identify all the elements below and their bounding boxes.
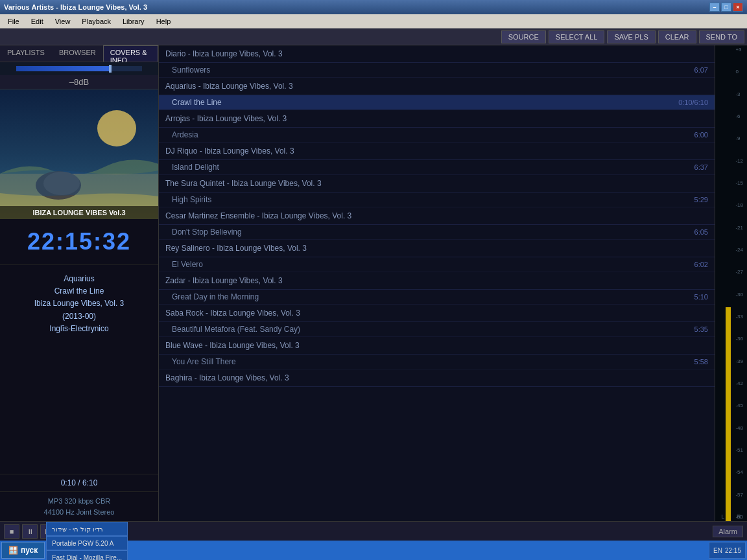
menu-library[interactable]: Library <box>117 16 150 27</box>
volume-thumb <box>109 65 112 73</box>
playlist-group-header: Blue Wave - Ibiza Lounge Vibes, Vol. 3 <box>159 337 715 355</box>
track-duration: 6:05 <box>694 228 708 236</box>
tray-clock: 22:15 <box>725 547 741 554</box>
vu-label: -33 <box>735 314 743 320</box>
menu-bar: File Edit View Playback Library Help <box>0 14 747 29</box>
alarm-button[interactable]: Alarm <box>713 526 743 537</box>
track-title: Beautiful Metafora (Feat. Sandy Cay) <box>172 325 300 334</box>
vu-label: -18 <box>735 202 743 208</box>
clear-button[interactable]: CLEAR <box>658 30 696 43</box>
tab-covers-info[interactable]: COVERS & INFO <box>103 45 158 62</box>
vu-label: -3 <box>735 91 743 97</box>
playlist-track[interactable]: Crawl the Line0:10/6:10 <box>159 95 715 110</box>
audio-format: MP3 320 kbps CBR <box>4 496 154 507</box>
taskbar-item[interactable]: רדיו קול חי - שידור <box>46 522 128 536</box>
track-album: Ibiza Lounge Vibes, Vol. 3 <box>5 298 153 310</box>
playlist-panel[interactable]: Diario - Ibiza Lounge Vibes, Vol. 3Sunfl… <box>159 45 715 521</box>
track-duration: 0:10/6:10 <box>678 99 708 106</box>
track-title: Island Delight <box>172 163 219 172</box>
left-panel: PLAYLISTS BROWSER COVERS & INFO –8dB <box>0 45 159 521</box>
svg-point-1 <box>97 110 136 146</box>
r-label: R <box>737 513 741 520</box>
menu-file[interactable]: File <box>3 16 25 27</box>
vu-label: -54 <box>735 469 743 475</box>
track-duration: 6:02 <box>694 261 708 268</box>
track-duration: 5:10 <box>694 293 708 301</box>
stop-button[interactable]: ■ <box>4 524 19 539</box>
track-song: Crawl the Line <box>5 285 153 298</box>
track-duration: 6:07 <box>694 66 708 74</box>
playlist-track[interactable]: El Velero6:02 <box>159 257 715 272</box>
window-controls: – □ × <box>709 3 743 12</box>
system-tray: EN 22:15 <box>709 542 746 559</box>
playlist-track[interactable]: High Spirits5:29 <box>159 192 715 207</box>
playlist-track[interactable]: Sunflowers6:07 <box>159 63 715 78</box>
send-to-button[interactable]: SEND TO <box>699 30 745 43</box>
taskbar-item[interactable]: Fast Dial - Mozilla Fire... <box>46 550 128 560</box>
playlist-track[interactable]: Ardesia6:00 <box>159 128 715 143</box>
vu-label: -27 <box>735 269 743 275</box>
select-all-button[interactable]: SELECT ALL <box>549 30 605 43</box>
minimize-button[interactable]: – <box>709 3 720 12</box>
start-button[interactable]: 🪟 пуск <box>1 542 45 559</box>
playlist-track[interactable]: Island Delight6:37 <box>159 160 715 175</box>
track-title: Crawl the Line <box>172 98 222 107</box>
menu-help[interactable]: Help <box>151 16 176 27</box>
vu-labels: +30-3-6-9-12-15-18-21-24-27-30-33-36-39-… <box>735 45 743 521</box>
volume-slider[interactable] <box>16 66 142 71</box>
playlist-group-header: Cesar Martinez Ensemble - Ibiza Lounge V… <box>159 207 715 225</box>
track-title: El Velero <box>172 260 203 269</box>
vu-label: -45 <box>735 402 743 408</box>
track-title: You Are Still There <box>172 357 236 366</box>
album-art: IBIZA LOUNGE VIBES Vol.3 <box>0 89 158 219</box>
vu-meter: +30-3-6-9-12-15-18-21-24-27-30-33-36-39-… <box>715 45 747 521</box>
vu-label: -30 <box>735 292 743 298</box>
volume-fill <box>16 66 110 71</box>
vu-label: +3 <box>735 47 743 52</box>
pause-button[interactable]: ⏸ <box>22 524 38 539</box>
track-duration: 5:35 <box>694 325 708 333</box>
track-language: Inglīs-Electrynico <box>5 323 153 335</box>
save-pls-button[interactable]: SAVE PLS <box>607 30 655 43</box>
menu-playback[interactable]: Playback <box>77 16 116 27</box>
vu-label: -21 <box>735 225 743 231</box>
vu-label: -24 <box>735 247 743 253</box>
tab-bar: PLAYLISTS BROWSER COVERS & INFO <box>0 45 158 62</box>
menu-edit[interactable]: Edit <box>26 16 49 27</box>
vu-label: -57 <box>735 492 743 498</box>
vu-bar-area <box>720 45 733 521</box>
playlist-track[interactable]: Don't Stop Believing6:05 <box>159 225 715 240</box>
playlist-group-header: Rey Salinero - Ibiza Lounge Vibes, Vol. … <box>159 240 715 257</box>
vu-label: -42 <box>735 380 743 386</box>
playlist-group-header: Zadar - Ibiza Lounge Vibes, Vol. 3 <box>159 272 715 290</box>
track-duration: 6:00 <box>694 131 708 139</box>
clock-display: 22:15:32 <box>0 219 158 265</box>
track-year-genre: (2013-00) <box>5 310 153 323</box>
volume-area[interactable] <box>0 62 158 75</box>
restore-button[interactable]: □ <box>721 3 731 12</box>
track-artist: Aquarius <box>5 273 153 285</box>
playlist-track[interactable]: Beautiful Metafora (Feat. Sandy Cay)5:35 <box>159 322 715 337</box>
playlist-group-header: Arrojas - Ibiza Lounge Vibes, Vol. 3 <box>159 110 715 128</box>
taskbar: 🪟 пуск רדיו קול חי - שידורPortable PGW 5… <box>0 541 747 560</box>
taskbar-item[interactable]: Portable PGW 5.20 A <box>46 536 128 550</box>
lr-labels: L R <box>715 513 747 520</box>
playlist-track[interactable]: You Are Still There5:58 <box>159 355 715 369</box>
track-duration: 6:37 <box>694 163 708 171</box>
playlist-track[interactable]: Great Day in the Morning5:10 <box>159 290 715 305</box>
playlist-group-header: Diario - Ibiza Lounge Vibes, Vol. 3 <box>159 45 715 63</box>
audio-info: MP3 320 kbps CBR 44100 Hz Joint Stereo <box>0 491 158 521</box>
window-title: Various Artists - Ibiza Lounge Vibes, Vo… <box>4 3 147 11</box>
tab-playlists[interactable]: PLAYLISTS <box>0 45 52 62</box>
album-label: IBIZA LOUNGE VIBES Vol.3 <box>0 206 158 219</box>
vu-label: -15 <box>735 180 743 186</box>
start-icon: 🪟 <box>8 546 18 555</box>
playlist-group-header: The Sura Quintet - Ibiza Lounge Vibes, V… <box>159 175 715 192</box>
close-button[interactable]: × <box>733 3 743 12</box>
tab-browser[interactable]: BROWSER <box>52 45 103 62</box>
track-duration: 5:29 <box>694 196 708 204</box>
source-button[interactable]: SOURCE <box>501 30 546 43</box>
playlist-group-header: DJ Riquo - Ibiza Lounge Vibes, Vol. 3 <box>159 143 715 160</box>
vu-label: -36 <box>735 336 743 342</box>
menu-view[interactable]: View <box>50 16 76 27</box>
